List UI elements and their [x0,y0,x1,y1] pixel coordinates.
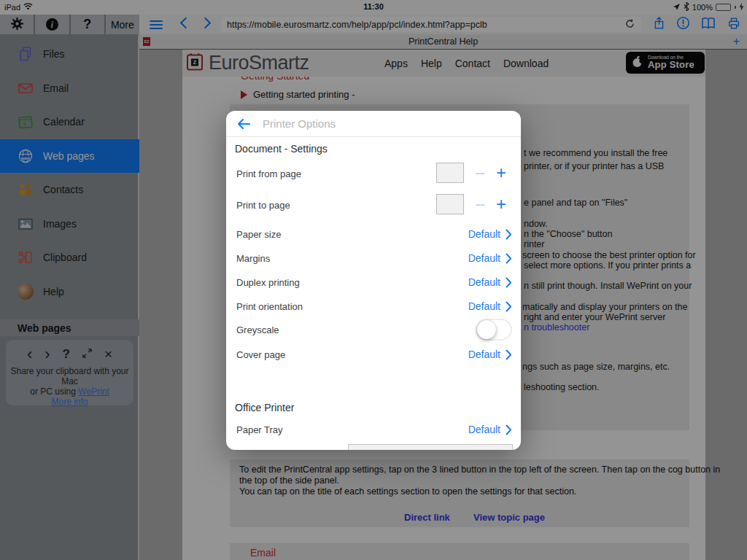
cover-page-value[interactable]: Default [468,349,500,360]
chevron-right-icon[interactable] [506,301,512,315]
chevron-right-icon[interactable] [506,424,512,438]
margins-value[interactable]: Default [468,252,500,264]
paper-size-label: Paper size [236,229,281,240]
print-from-plus-button[interactable]: + [494,163,508,183]
cover-page-label: Cover page [236,349,285,360]
back-arrow-button[interactable] [236,117,251,131]
margins-label: Margins [236,253,270,264]
paper-size-value[interactable]: Default [468,228,500,240]
modal-title: Printer Options [263,117,336,130]
print-from-minus-button[interactable]: – [473,163,487,182]
greyscale-label: Greyscale [236,324,279,335]
print-to-minus-button[interactable]: – [473,195,487,214]
print-to-page-input[interactable] [436,194,464,214]
toggle-knob [477,320,496,339]
duplex-printing-value[interactable]: Default [468,276,500,288]
chevron-right-icon[interactable] [506,349,512,363]
section-document-settings: Document - Settings [235,143,328,155]
print-to-page-label: Print to page [236,200,290,211]
partial-input-field[interactable] [348,444,513,450]
screen: iPad 11:30 100% i ? More [0,0,747,560]
duplex-printing-label: Duplex printing [236,277,300,288]
chevron-right-icon[interactable] [506,253,512,267]
print-from-page-label: Print from page [236,168,301,179]
chevron-right-icon[interactable] [506,229,512,243]
printer-options-modal: Printer Options Document - Settings Prin… [226,111,521,450]
paper-tray-label: Paper Tray [236,424,283,435]
print-from-page-input[interactable] [436,163,464,183]
print-orientation-value[interactable]: Default [468,300,500,312]
print-to-plus-button[interactable]: + [494,194,508,214]
paper-tray-value[interactable]: Default [468,424,500,435]
chevron-right-icon[interactable] [506,277,512,291]
modal-header: Printer Options [226,111,521,137]
print-orientation-label: Print orientation [236,301,303,312]
greyscale-toggle[interactable] [476,319,512,341]
section-office-printer: Office Printer [235,402,294,413]
